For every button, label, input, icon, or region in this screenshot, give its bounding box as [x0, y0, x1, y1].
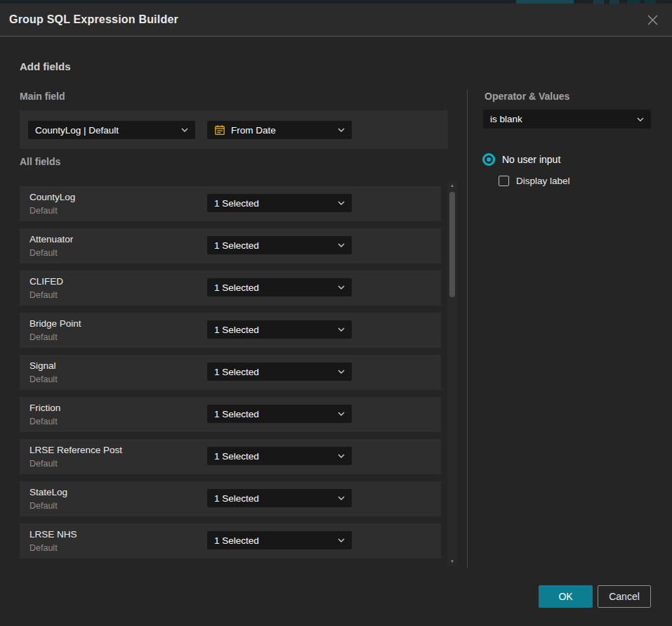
field-values-select[interactable]: 1 Selected — [207, 531, 352, 549]
operator-select[interactable]: is blank — [483, 110, 651, 129]
no-user-input-radio[interactable]: No user input — [482, 153, 560, 166]
field-row: Attenuator Default 1 Selected — [20, 228, 441, 263]
group-sql-expression-builder-dialog: Group SQL Expression Builder Add fields … — [0, 4, 672, 626]
field-select-value: From Date — [231, 125, 276, 136]
chevron-down-icon — [338, 327, 345, 332]
field-name: Friction — [29, 403, 60, 413]
field-subtitle: Default — [29, 248, 58, 258]
field-values-select[interactable]: 1 Selected — [207, 447, 352, 465]
field-values-select-value: 1 Selected — [214, 325, 259, 335]
field-row: StateLog Default 1 Selected — [20, 481, 441, 516]
field-name: LRSE NHS — [29, 529, 77, 540]
main-field-layer-select[interactable]: CountyLog | Default — [28, 121, 195, 139]
field-row: Bridge Point Default 1 Selected — [20, 313, 441, 348]
field-values-select-value: 1 Selected — [214, 282, 259, 293]
field-values-select-value: 1 Selected — [214, 198, 259, 209]
checkbox-unchecked-icon — [499, 176, 509, 186]
radio-label: No user input — [502, 154, 560, 165]
field-values-select-value: 1 Selected — [214, 409, 259, 419]
main-field-field-select[interactable]: From Date — [207, 121, 352, 139]
panel-divider — [467, 89, 468, 568]
field-row: LRSE Reference Post Default 1 Selected — [20, 439, 441, 474]
field-values-select-value: 1 Selected — [214, 451, 259, 462]
field-subtitle: Default — [29, 290, 58, 300]
field-subtitle: Default — [29, 543, 58, 553]
main-field-label: Main field — [20, 91, 65, 102]
field-values-select-value: 1 Selected — [214, 240, 259, 251]
field-values-select[interactable]: 1 Selected — [207, 405, 352, 423]
field-row: Friction Default 1 Selected — [20, 397, 441, 432]
field-values-select[interactable]: 1 Selected — [207, 278, 352, 296]
field-subtitle: Default — [29, 501, 58, 511]
chevron-down-icon — [637, 117, 644, 122]
chevron-down-icon — [338, 496, 345, 500]
field-name: CLIFED — [29, 276, 63, 287]
field-values-select-value: 1 Selected — [214, 493, 259, 504]
chevron-down-icon — [181, 128, 188, 132]
field-subtitle: Default — [29, 374, 58, 384]
field-values-select[interactable]: 1 Selected — [207, 363, 352, 381]
field-name: LRSE Reference Post — [29, 445, 122, 455]
field-name: Attenuator — [29, 234, 73, 244]
scroll-down-icon[interactable]: ▼ — [447, 557, 457, 566]
field-values-select-value: 1 Selected — [214, 535, 259, 546]
chevron-down-icon — [338, 538, 345, 542]
field-row: CLIFED Default 1 Selected — [20, 270, 441, 306]
add-fields-heading: Add fields — [20, 60, 71, 72]
field-values-select[interactable]: 1 Selected — [207, 194, 352, 212]
field-subtitle: Default — [29, 459, 58, 469]
cancel-button[interactable]: Cancel — [598, 585, 651, 608]
ok-button[interactable]: OK — [539, 585, 593, 608]
close-icon[interactable] — [645, 13, 659, 27]
field-name: StateLog — [29, 487, 67, 497]
chevron-down-icon — [338, 243, 345, 247]
field-name: Bridge Point — [29, 318, 81, 329]
field-row: CountyLog Default 1 Selected — [20, 186, 441, 221]
field-subtitle: Default — [29, 417, 58, 426]
fields-scrollbar[interactable]: ▲ ▼ — [447, 181, 457, 566]
dialog-title: Group SQL Expression Builder — [9, 13, 178, 26]
radio-selected-icon — [482, 153, 495, 166]
dialog-header: Group SQL Expression Builder — [0, 4, 672, 37]
chevron-down-icon — [338, 454, 345, 458]
layer-select-value: CountyLog | Default — [35, 125, 119, 136]
all-fields-list: CountyLog Default 1 Selected Attenuator … — [20, 186, 441, 566]
chevron-down-icon — [338, 412, 345, 416]
chevron-down-icon — [338, 201, 345, 205]
operator-values-label: Operator & Values — [485, 91, 569, 102]
field-values-select[interactable]: 1 Selected — [207, 236, 352, 254]
field-values-select[interactable]: 1 Selected — [207, 489, 352, 507]
chevron-down-icon — [338, 128, 345, 132]
chevron-down-icon — [338, 285, 345, 289]
field-values-select[interactable]: 1 Selected — [207, 320, 352, 339]
main-field-panel: CountyLog | Default From Date — [20, 110, 448, 149]
field-name: Signal — [29, 360, 56, 371]
field-row: LRSE NHS Default 1 Selected — [20, 523, 441, 559]
field-row: Signal Default 1 Selected — [20, 355, 441, 390]
field-values-select-value: 1 Selected — [214, 367, 259, 377]
scrollbar-thumb[interactable] — [449, 192, 455, 297]
field-subtitle: Default — [29, 206, 58, 216]
chevron-down-icon — [338, 370, 345, 374]
display-label-checkbox[interactable]: Display label — [499, 176, 570, 186]
checkbox-label: Display label — [516, 176, 570, 186]
all-fields-label: All fields — [20, 156, 60, 167]
screen: Group SQL Expression Builder Add fields … — [0, 0, 672, 626]
field-name: CountyLog — [29, 192, 75, 202]
scroll-up-icon[interactable]: ▲ — [447, 181, 457, 190]
field-subtitle: Default — [29, 332, 58, 342]
calendar-date-icon — [214, 124, 225, 136]
operator-select-value: is blank — [490, 114, 522, 124]
